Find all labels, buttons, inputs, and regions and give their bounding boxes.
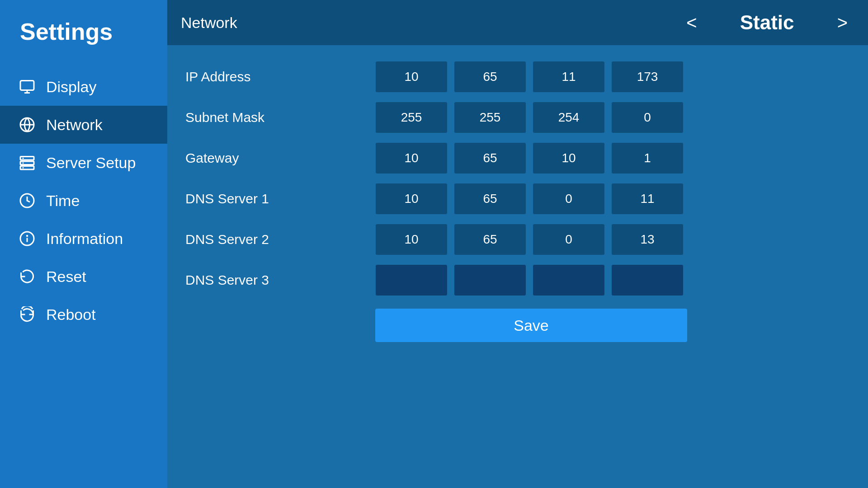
ip-octet-ip-address-1[interactable] [375, 61, 448, 93]
app-title: Settings [0, 18, 167, 68]
ip-octet-ip-address-4[interactable] [611, 61, 684, 93]
sidebar-item-display-label: Display [46, 78, 96, 96]
save-row: Save [185, 307, 850, 343]
field-row-ip-address: IP Address [185, 59, 850, 95]
ip-octet-dns-server-3-3[interactable] [533, 264, 605, 296]
field-inputs-ip-address [375, 61, 850, 93]
ip-octet-subnet-mask-2[interactable] [454, 102, 526, 133]
ip-octet-dns-server-1-4[interactable] [611, 183, 684, 215]
time-icon [18, 192, 36, 210]
sidebar-item-reset[interactable]: Reset [0, 258, 167, 296]
field-inputs-dns-server-3 [375, 264, 850, 296]
field-label-subnet-mask: Subnet Mask [185, 110, 375, 125]
ip-octet-gateway-1[interactable] [375, 142, 448, 174]
info-icon [18, 230, 36, 248]
next-mode-button[interactable]: > [830, 10, 854, 35]
network-form: IP AddressSubnet MaskGatewayDNS Server 1… [167, 45, 868, 488]
sidebar: Settings Display Network [0, 0, 167, 488]
ip-octet-dns-server-2-1[interactable] [375, 224, 448, 255]
header-network-label: Network [181, 14, 679, 32]
ip-octet-subnet-mask-4[interactable] [611, 102, 684, 133]
ip-octet-ip-address-3[interactable] [533, 61, 605, 93]
sidebar-item-information[interactable]: Information [0, 220, 167, 258]
field-row-dns-server-2: DNS Server 2 [185, 221, 850, 258]
save-button[interactable]: Save [375, 309, 687, 342]
ip-octet-subnet-mask-1[interactable] [375, 102, 448, 133]
ip-octet-gateway-3[interactable] [533, 142, 605, 174]
svg-point-10 [23, 167, 24, 169]
ip-octet-dns-server-1-3[interactable] [533, 183, 605, 215]
sidebar-item-reset-label: Reset [46, 268, 86, 286]
sidebar-item-time[interactable]: Time [0, 182, 167, 220]
ip-octet-dns-server-3-4[interactable] [611, 264, 684, 296]
ip-octet-subnet-mask-3[interactable] [533, 102, 605, 133]
ip-octet-gateway-4[interactable] [611, 142, 684, 174]
field-label-gateway: Gateway [185, 150, 375, 166]
svg-rect-0 [20, 81, 34, 90]
display-icon [18, 78, 36, 96]
field-label-dns-server-3: DNS Server 3 [185, 272, 375, 288]
main-header: Network < Static > [167, 0, 868, 45]
ip-octet-dns-server-2-3[interactable] [533, 224, 605, 255]
ip-octet-dns-server-2-4[interactable] [611, 224, 684, 255]
field-row-dns-server-3: DNS Server 3 [185, 262, 850, 298]
sidebar-item-information-label: Information [46, 230, 123, 248]
prev-mode-button[interactable]: < [679, 10, 703, 35]
field-row-dns-server-1: DNS Server 1 [185, 181, 850, 217]
sidebar-item-network[interactable]: Network [0, 106, 167, 144]
main-content: Network < Static > IP AddressSubnet Mask… [167, 0, 868, 488]
server-icon [18, 154, 36, 172]
header-nav: < Static > [679, 10, 854, 35]
field-inputs-dns-server-1 [375, 183, 850, 215]
ip-octet-gateway-2[interactable] [454, 142, 526, 174]
sidebar-item-network-label: Network [46, 116, 103, 134]
ip-octet-dns-server-1-1[interactable] [375, 183, 448, 215]
field-row-subnet-mask: Subnet Mask [185, 99, 850, 136]
sidebar-item-display[interactable]: Display [0, 68, 167, 106]
field-inputs-dns-server-2 [375, 224, 850, 255]
field-row-gateway: Gateway [185, 140, 850, 176]
field-label-dns-server-1: DNS Server 1 [185, 191, 375, 206]
ip-octet-ip-address-2[interactable] [454, 61, 526, 93]
sidebar-item-reboot-label: Reboot [46, 306, 96, 324]
svg-point-9 [23, 162, 24, 164]
sidebar-item-reboot[interactable]: Reboot [0, 296, 167, 333]
sidebar-item-server-setup[interactable]: Server Setup [0, 144, 167, 182]
field-label-ip-address: IP Address [185, 69, 375, 84]
sidebar-item-time-label: Time [46, 192, 80, 210]
ip-octet-dns-server-1-2[interactable] [454, 183, 526, 215]
reboot-icon [18, 305, 36, 324]
field-inputs-gateway [375, 142, 850, 174]
reset-icon [18, 267, 36, 286]
svg-point-8 [23, 158, 24, 159]
network-icon [18, 116, 36, 134]
field-inputs-subnet-mask [375, 102, 850, 133]
field-label-dns-server-2: DNS Server 2 [185, 232, 375, 247]
header-mode-label: Static [717, 11, 817, 34]
ip-octet-dns-server-3-1[interactable] [375, 264, 448, 296]
sidebar-item-server-setup-label: Server Setup [46, 154, 136, 172]
ip-octet-dns-server-3-2[interactable] [454, 264, 526, 296]
ip-octet-dns-server-2-2[interactable] [454, 224, 526, 255]
